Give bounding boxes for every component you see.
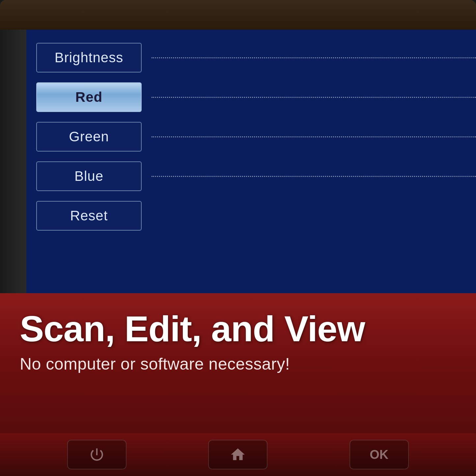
hardware-buttons-row: OK — [0, 433, 476, 476]
menu-dots-blue — [152, 176, 476, 177]
device-body: BrightnessRedGreenBlueReset Scan, Edit, … — [0, 0, 476, 476]
menu-row-red[interactable]: Red — [36, 79, 476, 115]
menu-label-reset: Reset — [36, 201, 142, 231]
device-top-bar — [0, 0, 476, 30]
menu-dots-brightness — [152, 57, 476, 58]
ok-button[interactable]: OK — [350, 440, 409, 469]
menu-label-brightness: Brightness — [36, 43, 142, 72]
menu-row-reset[interactable]: Reset — [36, 198, 476, 234]
tagline-sub: No computer or software necessary! — [20, 354, 456, 374]
menu-row-blue[interactable]: Blue — [36, 158, 476, 194]
menu-dots-red — [152, 97, 476, 98]
home-button[interactable] — [208, 440, 267, 469]
screen-menu: BrightnessRedGreenBlueReset — [26, 30, 476, 293]
power-button[interactable] — [67, 440, 126, 469]
device-screen: BrightnessRedGreenBlueReset — [26, 30, 476, 293]
menu-label-green: Green — [36, 122, 142, 152]
menu-row-brightness[interactable]: Brightness — [36, 40, 476, 76]
home-icon — [230, 446, 246, 463]
tagline-main: Scan, Edit, and View — [20, 310, 456, 348]
ok-label: OK — [370, 448, 388, 462]
menu-row-green[interactable]: Green — [36, 119, 476, 155]
power-icon — [89, 446, 105, 463]
left-bezel — [0, 30, 26, 293]
menu-dots-green — [152, 136, 476, 137]
menu-label-red: Red — [36, 82, 142, 112]
menu-label-blue: Blue — [36, 161, 142, 191]
